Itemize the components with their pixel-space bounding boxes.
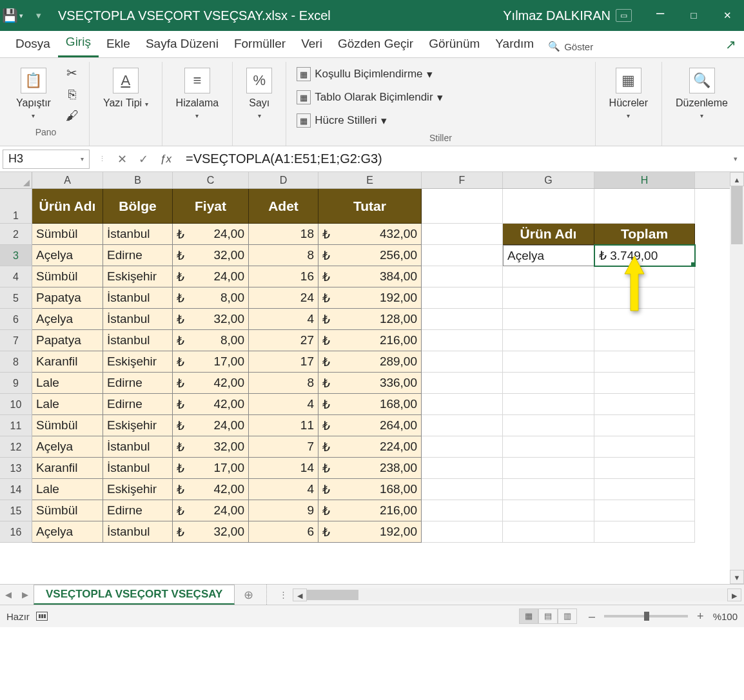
cell[interactable]: İstanbul xyxy=(103,330,173,351)
tab-insert[interactable]: Ekle xyxy=(99,32,138,57)
cell[interactable] xyxy=(422,224,503,245)
col-header-A[interactable]: A xyxy=(32,172,103,188)
cell[interactable]: Sümbül xyxy=(32,224,103,245)
cell[interactable] xyxy=(503,287,594,309)
cell[interactable]: 24 xyxy=(249,287,318,309)
cell[interactable]: ₺216,00 xyxy=(318,330,422,351)
name-box-dropdown-icon[interactable]: ▾ xyxy=(81,155,84,162)
save-icon[interactable]: 💾 xyxy=(0,8,19,23)
format-as-table-button[interactable]: ▦Tablo Olarak Biçimlendir ▾ xyxy=(293,88,446,107)
cell[interactable] xyxy=(422,436,503,458)
row-header-7[interactable]: 7 xyxy=(0,330,32,351)
cell[interactable]: ₺32,00 xyxy=(173,309,249,330)
cell[interactable]: ₺264,00 xyxy=(318,415,422,436)
fx-icon[interactable]: ƒx xyxy=(160,153,171,166)
cell[interactable]: İstanbul xyxy=(103,287,173,309)
name-box[interactable]: H3 ▾ xyxy=(3,150,90,169)
cell[interactable]: Açelya xyxy=(32,521,103,543)
cell[interactable]: ₺8,00 xyxy=(173,287,249,309)
cell[interactable]: ₺32,00 xyxy=(173,245,249,266)
cell[interactable]: Açelya xyxy=(32,436,103,458)
row-header-6[interactable]: 6 xyxy=(0,309,32,330)
cell[interactable]: ₺42,00 xyxy=(173,394,249,415)
cell[interactable]: ₺24,00 xyxy=(173,266,249,287)
tab-formulas[interactable]: Formüller xyxy=(226,32,293,57)
cell[interactable] xyxy=(422,330,503,351)
tab-split-handle[interactable] xyxy=(266,585,270,605)
cell[interactable]: 4 xyxy=(249,394,318,415)
cell[interactable]: ₺432,00 xyxy=(318,224,422,245)
cell[interactable]: ₺8,00 xyxy=(173,330,249,351)
tab-file[interactable]: Dosya xyxy=(8,32,58,57)
copy-icon[interactable]: ⎘ xyxy=(68,87,76,102)
cell[interactable]: Lale xyxy=(32,479,103,500)
row-header-14[interactable]: 14 xyxy=(0,479,32,500)
grid[interactable]: A B C D E F G H 1Ürün AdıBölgeFiyatAdetT… xyxy=(0,172,730,584)
cell[interactable] xyxy=(503,458,594,479)
cut-icon[interactable]: ✂ xyxy=(66,65,77,81)
cell[interactable] xyxy=(422,266,503,287)
cell[interactable]: 7 xyxy=(249,436,318,458)
cell[interactable] xyxy=(422,245,503,266)
cell[interactable]: Sümbül xyxy=(32,500,103,521)
vscroll-track[interactable] xyxy=(730,186,744,570)
cell[interactable] xyxy=(422,415,503,436)
zoom-in-button[interactable]: + xyxy=(694,610,707,623)
cell[interactable] xyxy=(503,436,594,458)
zoom-knob[interactable] xyxy=(644,612,649,621)
cell[interactable] xyxy=(594,309,695,330)
cell[interactable] xyxy=(594,287,695,309)
cell[interactable]: ₺384,00 xyxy=(318,266,422,287)
cell[interactable]: 27 xyxy=(249,330,318,351)
header-cell[interactable]: Adet xyxy=(249,189,318,224)
cell[interactable]: ₺168,00 xyxy=(318,479,422,500)
cell[interactable] xyxy=(594,330,695,351)
row-header-2[interactable]: 2 xyxy=(0,224,32,245)
conditional-format-button[interactable]: ▦Koşullu Biçimlendirme ▾ xyxy=(293,64,436,84)
tab-view[interactable]: Görünüm xyxy=(421,32,487,57)
cell[interactable]: Edirne xyxy=(103,394,173,415)
cell[interactable]: İstanbul xyxy=(103,521,173,543)
cell[interactable]: ₺336,00 xyxy=(318,373,422,394)
cell[interactable]: ₺289,00 xyxy=(318,351,422,373)
cell[interactable]: Papatya xyxy=(32,287,103,309)
cell[interactable]: Eskişehir xyxy=(103,479,173,500)
cell[interactable]: ₺238,00 xyxy=(318,458,422,479)
row-header-13[interactable]: 13 xyxy=(0,458,32,479)
cell[interactable]: 8 xyxy=(249,373,318,394)
cell[interactable]: ₺224,00 xyxy=(318,436,422,458)
cells-button[interactable]: ▦ Hücreler▾ xyxy=(602,64,655,124)
row-header-9[interactable]: 9 xyxy=(0,373,32,394)
macro-record-icon[interactable] xyxy=(36,612,48,621)
scroll-up-icon[interactable]: ▲ xyxy=(730,172,744,186)
cell[interactable] xyxy=(594,479,695,500)
col-header-E[interactable]: E xyxy=(318,172,422,188)
criteria-value[interactable]: Açelya xyxy=(503,245,594,266)
editing-button[interactable]: 🔍 Düzenleme▾ xyxy=(669,64,735,124)
cell[interactable] xyxy=(422,189,503,224)
row-header-16[interactable]: 16 xyxy=(0,521,32,543)
zoom-slider[interactable] xyxy=(604,615,688,617)
cell[interactable] xyxy=(422,287,503,309)
horizontal-scrollbar[interactable]: ◀ ▶ xyxy=(293,588,741,601)
cell[interactable] xyxy=(594,500,695,521)
number-button[interactable]: % Sayı▾ xyxy=(239,64,279,124)
cell[interactable]: ₺216,00 xyxy=(318,500,422,521)
cell-styles-button[interactable]: ▦Hücre Stilleri ▾ xyxy=(293,111,390,130)
cell[interactable]: ₺32,00 xyxy=(173,436,249,458)
col-header-F[interactable]: F xyxy=(422,172,503,188)
formula-more-icon[interactable]: ⋮ xyxy=(99,155,106,163)
cell[interactable] xyxy=(503,351,594,373)
row-header-1[interactable]: 1 xyxy=(0,189,32,224)
cell[interactable] xyxy=(594,394,695,415)
sheet-nav-next-icon[interactable]: ▶ xyxy=(17,590,34,599)
cell[interactable] xyxy=(422,351,503,373)
cell[interactable]: Lale xyxy=(32,373,103,394)
zoom-out-button[interactable]: – xyxy=(586,610,598,623)
cell[interactable] xyxy=(594,189,695,224)
cell[interactable]: Papatya xyxy=(32,330,103,351)
cell[interactable] xyxy=(422,500,503,521)
formula-input[interactable]: =VSEÇTOPLA(A1:E51;E1;G2:G3) xyxy=(181,151,727,166)
cell[interactable]: 17 xyxy=(249,351,318,373)
cell[interactable] xyxy=(594,436,695,458)
